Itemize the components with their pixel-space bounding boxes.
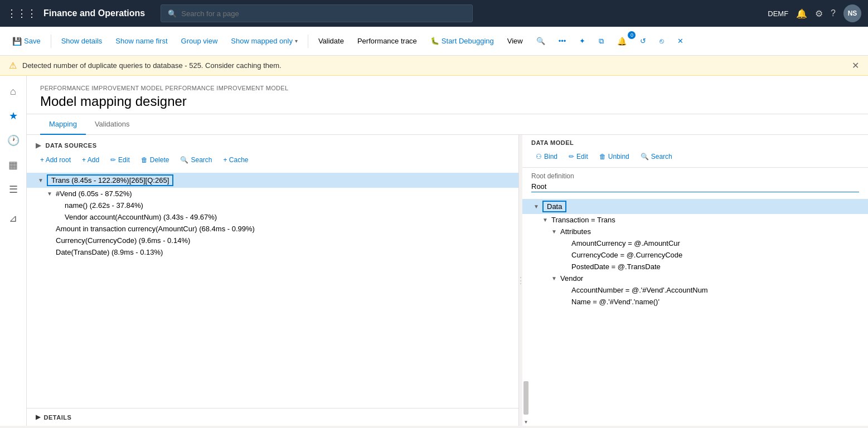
scroll-thumb-bottom[interactable] bbox=[523, 381, 528, 415]
badge-button[interactable]: 🔔 0 bbox=[612, 33, 632, 49]
add-button[interactable]: + Add bbox=[77, 154, 104, 166]
tab-mapping[interactable]: Mapping bbox=[40, 114, 86, 135]
warning-icon: ⚠ bbox=[9, 60, 17, 71]
show-details-button[interactable]: Show details bbox=[56, 33, 108, 48]
root-definition-value: Root bbox=[531, 181, 859, 192]
extension-button[interactable]: ⧉ bbox=[593, 33, 609, 49]
tree-item-date[interactable]: Date(TransDate) (8.9ms - 0.13%) bbox=[27, 246, 518, 258]
breadcrumb: PERFORMANCE IMPROVEMENT MODEL PERFORMANC… bbox=[40, 85, 855, 91]
sidebar-star-icon[interactable]: ★ bbox=[2, 105, 25, 127]
dm-item-account-number[interactable]: AccountNumber = @.'#Vend'.AccountNum bbox=[522, 284, 868, 296]
unbind-button[interactable]: 🗑 Unbind bbox=[595, 150, 634, 163]
user-avatar[interactable]: NS bbox=[843, 4, 861, 22]
search-ds-button[interactable]: 🔍 Search bbox=[176, 154, 216, 166]
tabs: Mapping Validations bbox=[27, 114, 868, 135]
edit-ds-button[interactable]: ✏ Edit bbox=[106, 154, 134, 166]
global-search-bar[interactable]: 🔍 bbox=[161, 4, 473, 22]
tree-item-name[interactable]: name() (2.62s - 37.84%) bbox=[27, 200, 518, 211]
tree-item-vendor-account[interactable]: Vendor account(AccountNum) (3.43s - 49.6… bbox=[27, 211, 518, 223]
sidebar-home-icon[interactable]: ⌂ bbox=[2, 80, 25, 103]
view-button[interactable]: View bbox=[502, 33, 528, 48]
tree-arrow bbox=[56, 214, 62, 220]
tree-item-amount[interactable]: Amount in transaction currency(AmountCur… bbox=[27, 223, 518, 235]
add-root-button[interactable]: + Add root bbox=[36, 154, 75, 166]
close-icon: ✕ bbox=[677, 37, 683, 45]
tree-item-currency[interactable]: Currency(CurrencyCode) (9.6ms - 0.14%) bbox=[27, 235, 518, 246]
tree-arrow bbox=[56, 202, 62, 208]
edit-dm-button[interactable]: ✏ Edit bbox=[564, 150, 593, 163]
tree-arrow[interactable]: ▼ bbox=[38, 177, 45, 183]
top-nav-right: DEMF 🔔 ⚙ ? NS bbox=[768, 4, 861, 22]
sidebar-table-icon[interactable]: ▦ bbox=[2, 154, 25, 176]
details-footer[interactable]: ▶ DETAILS bbox=[27, 408, 518, 426]
dm-item-name[interactable]: Name = @.'#Vend'.'name()' bbox=[522, 296, 868, 308]
customize-button[interactable]: ✦ bbox=[574, 33, 591, 48]
tree-item-vend[interactable]: ▼ #Vend (6.05s - 87.52%) bbox=[27, 188, 518, 200]
page-header: PERFORMANCE IMPROVEMENT MODEL PERFORMANC… bbox=[27, 76, 868, 114]
warning-banner: ⚠ Detected number of duplicate queries t… bbox=[0, 56, 868, 76]
search-icon-toolbar: 🔍 bbox=[536, 37, 545, 45]
top-navigation: ⋮⋮⋮ Finance and Operations 🔍 DEMF 🔔 ⚙ ? … bbox=[0, 0, 868, 27]
dm-item-amount-currency[interactable]: AmountCurrency = @.AmountCur bbox=[522, 237, 868, 249]
show-mapped-only-button[interactable]: Show mapped only ▾ bbox=[225, 33, 303, 48]
tree-arrow[interactable]: ▼ bbox=[551, 228, 558, 235]
tree-item-trans[interactable]: ▼ Trans (8.45s - 122.28%)[265][Q:265] bbox=[27, 173, 518, 188]
edit-dm-icon: ✏ bbox=[569, 153, 574, 160]
notifications-icon[interactable]: 🔔 bbox=[796, 8, 807, 19]
root-definition-label: Root definition bbox=[531, 172, 859, 180]
toolbar-separator bbox=[51, 35, 51, 48]
details-toggle-arrow[interactable]: ▶ bbox=[36, 414, 41, 421]
sidebar-recent-icon[interactable]: 🕐 bbox=[2, 129, 25, 152]
filter-icon[interactable]: ⊿ bbox=[2, 207, 25, 230]
popout-icon: ⎋ bbox=[660, 37, 664, 45]
delete-button[interactable]: 🗑 Delete bbox=[137, 154, 174, 166]
customize-icon: ✦ bbox=[579, 37, 585, 45]
tree-arrow bbox=[562, 299, 569, 305]
global-search-input[interactable] bbox=[181, 9, 465, 18]
dm-item-currency-code[interactable]: CurrencyCode = @.CurrencyCode bbox=[522, 249, 868, 261]
grid-menu-icon[interactable]: ⋮⋮⋮ bbox=[7, 7, 37, 20]
scroll-down-arrow[interactable]: ▼ bbox=[523, 420, 529, 425]
pane-toggle-arrow[interactable]: ▶ bbox=[36, 142, 41, 149]
extension-icon: ⧉ bbox=[599, 37, 604, 46]
bind-button[interactable]: ⚇ Bind bbox=[531, 150, 562, 163]
help-icon[interactable]: ? bbox=[831, 8, 836, 18]
data-model-header: DATA MODEL bbox=[522, 135, 868, 148]
tree-arrow bbox=[47, 226, 54, 232]
show-name-first-button[interactable]: Show name first bbox=[110, 33, 173, 48]
settings-icon[interactable]: ⚙ bbox=[815, 8, 823, 19]
tree-arrow bbox=[562, 252, 569, 258]
dm-item-attributes[interactable]: ▼ Attributes bbox=[522, 226, 868, 237]
tree-arrow[interactable]: ▼ bbox=[551, 275, 558, 281]
toolbar: 💾 Save Show details Show name first Grou… bbox=[0, 27, 868, 56]
save-icon: 💾 bbox=[12, 37, 22, 46]
data-sources-header: ▶ DATA SOURCES bbox=[27, 135, 518, 152]
start-debugging-button[interactable]: 🐛 Start Debugging bbox=[425, 33, 500, 48]
root-definition: Root definition Root bbox=[522, 168, 868, 197]
dm-item-vendor[interactable]: ▼ Vendor bbox=[522, 273, 868, 284]
data-sources-label: DATA SOURCES bbox=[46, 142, 97, 149]
refresh-button[interactable]: ↺ bbox=[634, 33, 652, 48]
more-options-button[interactable]: ••• bbox=[553, 33, 572, 48]
environment-label: DEMF bbox=[768, 9, 788, 18]
search-toolbar-button[interactable]: 🔍 bbox=[531, 33, 551, 48]
close-button[interactable]: ✕ bbox=[672, 33, 689, 48]
group-view-button[interactable]: Group view bbox=[176, 33, 224, 48]
validate-button[interactable]: Validate bbox=[313, 33, 350, 48]
search-dm-button[interactable]: 🔍 Search bbox=[636, 150, 677, 163]
tab-validations[interactable]: Validations bbox=[86, 114, 139, 135]
performance-trace-button[interactable]: Performance trace bbox=[352, 33, 423, 48]
save-button[interactable]: 💾 Save bbox=[7, 33, 46, 49]
tree-arrow[interactable]: ▼ bbox=[47, 191, 54, 197]
popout-button[interactable]: ⎋ bbox=[654, 33, 670, 48]
dm-item-posted-date[interactable]: PostedDate = @.TransDate bbox=[522, 261, 868, 273]
dm-item-transaction[interactable]: ▼ Transaction = Trans bbox=[522, 214, 868, 226]
cache-button[interactable]: + Cache bbox=[219, 154, 253, 166]
warning-close-button[interactable]: ✕ bbox=[852, 60, 859, 71]
page-title: Model mapping designer bbox=[40, 94, 855, 109]
sidebar-list-icon[interactable]: ☰ bbox=[2, 178, 25, 201]
tree-arrow[interactable]: ▼ bbox=[534, 203, 540, 210]
dm-item-data[interactable]: ▼ Data bbox=[522, 199, 868, 214]
tree-arrow[interactable]: ▼ bbox=[542, 217, 549, 223]
chevron-down-icon: ▾ bbox=[295, 38, 298, 44]
